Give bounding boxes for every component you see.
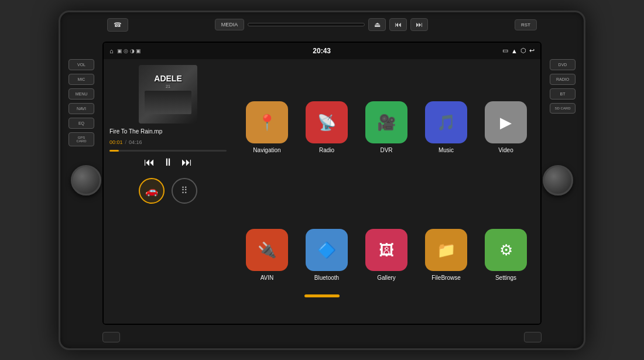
top-button-row: ☎ MEDIA ⏏ ⏮ ⏭ RST <box>107 18 537 32</box>
bluetooth-label: Bluetooth <box>314 275 339 281</box>
media-button[interactable]: MEDIA <box>215 19 245 30</box>
eq-button[interactable]: EQ <box>68 118 94 129</box>
status-left: ⌂ ▣ ◎ ◑ ▣ <box>109 47 141 54</box>
nav-symbol: 📍 <box>258 114 276 132</box>
gallery-symbol: 🖼 <box>379 241 394 259</box>
app-avin[interactable]: 🔌 AVIN <box>241 195 293 316</box>
settings-icon: ⚙ <box>485 229 527 271</box>
current-time: 00:01 <box>109 139 123 145</box>
radio-button[interactable]: RADIO <box>550 74 576 85</box>
tune-knob[interactable] <box>543 165 573 196</box>
settings-symbol: ⚙ <box>499 241 513 259</box>
signal-icon: ▲ <box>511 47 518 54</box>
head-unit: ☎ MEDIA ⏏ ⏮ ⏭ RST VOL MIC MENU NAVI EQ G… <box>59 11 585 350</box>
time-separator: / <box>125 139 127 145</box>
next-track-icon: ⏭ <box>416 20 423 29</box>
avin-icon: 🔌 <box>246 229 288 271</box>
bt-button[interactable]: BT <box>550 88 576 100</box>
artist-name: ADELE <box>154 74 181 83</box>
bottom-icons: 🚗 ⠿ <box>109 178 227 204</box>
album-art-inner: ADELE 21 <box>139 65 197 124</box>
avin-label: AVIN <box>261 275 274 281</box>
gallery-icon: 🖼 <box>365 229 407 271</box>
navigation-label: Navigation <box>253 147 280 153</box>
app-video[interactable]: ▶ Video <box>479 67 532 188</box>
sd-card-button[interactable]: SD CARD <box>550 103 576 114</box>
cd-slot <box>248 23 365 26</box>
phone-button[interactable]: ☎ <box>107 18 128 32</box>
car-icon: 🚗 <box>145 184 158 197</box>
app-navigation[interactable]: 📍 Navigation <box>241 67 293 188</box>
playback-controls: ⏮ ⏸ ⏭ <box>109 156 227 169</box>
navigation-icon: 📍 <box>246 101 288 143</box>
screen-indicator-bar <box>304 294 340 297</box>
video-symbol: ▶ <box>500 114 512 132</box>
bt-symbol: 🔷 <box>317 241 336 259</box>
video-label: Video <box>498 147 513 153</box>
music-player: ADELE 21 Fire To The Rain.mp 00:01 / 04:… <box>104 59 232 324</box>
dvd-button[interactable]: DVD <box>550 59 576 70</box>
music-label: Music <box>439 147 454 153</box>
right-side-buttons: DVD RADIO BT SD CARD <box>550 59 576 114</box>
home-icon[interactable]: ⌂ <box>109 47 114 54</box>
app-radio[interactable]: 📡 Radio <box>300 67 353 188</box>
gps-card-button[interactable]: GPS CARD <box>68 132 94 146</box>
prev-track-button[interactable]: ⏮ <box>389 18 407 31</box>
avin-symbol: 🔌 <box>258 241 276 259</box>
time-row: 00:01 / 04:16 <box>109 139 227 145</box>
video-icon: ▶ <box>485 101 527 143</box>
settings-label: Settings <box>495 275 516 281</box>
app-bluetooth[interactable]: 🔷 Bluetooth <box>300 195 353 316</box>
album-art-detail <box>145 91 191 114</box>
radio-label: Radio <box>319 147 334 153</box>
menu-button[interactable]: MENU <box>68 88 94 100</box>
app-dvr[interactable]: 🎥 DVR <box>360 67 413 188</box>
rst-button[interactable]: RST <box>515 19 537 30</box>
progress-fill <box>109 150 119 152</box>
mic-button[interactable]: MIC <box>68 74 94 85</box>
screen-icon: ⬡ <box>520 47 526 54</box>
bottom-left-btn[interactable] <box>102 332 120 342</box>
gallery-label: Gallery <box>377 275 396 281</box>
app-grid: 📍 Navigation 📡 Radio 🎥 DVR <box>232 59 540 324</box>
album-name: 21 <box>166 84 170 88</box>
left-side-buttons: VOL MIC MENU NAVI EQ GPS CARD <box>68 59 94 146</box>
car-icon-button[interactable]: 🚗 <box>139 178 165 204</box>
play-pause-button[interactable]: ⏸ <box>163 156 173 169</box>
bluetooth-icon: 🔷 <box>306 229 348 271</box>
eject-button[interactable]: ⏏ <box>368 18 386 31</box>
next-button[interactable]: ⏭ <box>181 156 192 169</box>
bottom-right-btn[interactable] <box>524 332 542 342</box>
progress-bar[interactable] <box>109 150 227 152</box>
music-icon: 🎵 <box>425 101 467 143</box>
status-time: 20:43 <box>313 47 331 55</box>
apps-icon-button[interactable]: ⠿ <box>172 178 197 204</box>
volume-knob[interactable] <box>71 165 101 196</box>
filebrowser-icon: 📁 <box>425 229 467 271</box>
app-music[interactable]: 🎵 Music <box>420 67 472 188</box>
app-settings[interactable]: ⚙ Settings <box>479 195 532 316</box>
back-icon[interactable]: ↩ <box>529 47 535 54</box>
android-screen: ⌂ ▣ ◎ ◑ ▣ 20:43 ▭ ▲ ⬡ ↩ ADELE 21 <box>102 42 542 325</box>
battery-icon: ▭ <box>502 47 508 54</box>
app-filebrowser[interactable]: 📁 FileBrowse <box>420 195 472 316</box>
vol-button[interactable]: VOL <box>68 59 94 70</box>
dvr-symbol: 🎥 <box>377 114 396 132</box>
app-gallery[interactable]: 🖼 Gallery <box>360 195 413 316</box>
total-time: 04:16 <box>129 139 142 145</box>
top-center-controls: MEDIA ⏏ ⏮ ⏭ <box>215 18 429 31</box>
filebrowser-symbol: 📁 <box>437 241 455 259</box>
radio-icon: 📡 <box>306 101 348 143</box>
music-symbol: 🎵 <box>437 114 455 132</box>
next-track-button[interactable]: ⏭ <box>410 18 428 31</box>
filebrowser-label: FileBrowse <box>431 275 460 281</box>
dvr-label: DVR <box>380 147 392 153</box>
prev-track-icon: ⏮ <box>395 20 402 29</box>
prev-button[interactable]: ⏮ <box>144 156 155 169</box>
status-bar: ⌂ ▣ ◎ ◑ ▣ 20:43 ▭ ▲ ⬡ ↩ <box>104 43 540 59</box>
radio-symbol: 📡 <box>317 114 336 132</box>
eject-icon: ⏏ <box>374 20 381 29</box>
navi-button[interactable]: NAVI <box>68 103 94 114</box>
song-title: Fire To The Rain.mp <box>109 128 227 135</box>
dvr-icon: 🎥 <box>365 101 407 143</box>
